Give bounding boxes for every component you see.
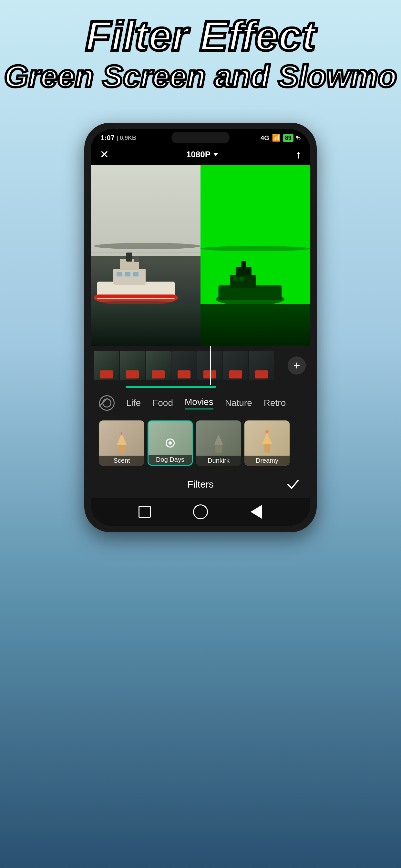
svg-rect-2: [113, 269, 146, 285]
filter-label-dreamy: Dreamy: [244, 456, 289, 466]
timeline-clip-3[interactable]: [146, 351, 171, 380]
dreamy-thumb-art: [257, 430, 277, 456]
filter-categories: Life Food Movies Nature Retro: [91, 389, 310, 417]
svg-rect-13: [230, 275, 256, 288]
svg-rect-9: [97, 294, 175, 299]
timeline-clip-4[interactable]: [172, 351, 197, 380]
quality-label: 1080P: [186, 150, 211, 159]
close-button[interactable]: ✕: [100, 148, 109, 161]
scent-thumb-art: [112, 430, 131, 456]
phone-container: 1:07 | 0,9KB 4G 📶 89 % ✕ 1080P ↑: [84, 123, 317, 532]
video-left-panel: [91, 165, 201, 346]
svg-rect-8: [133, 272, 138, 276]
svg-rect-5: [134, 256, 139, 262]
dunkirk-thumb-art: [209, 430, 228, 456]
svg-rect-15: [242, 261, 246, 268]
timeline-playhead: [210, 346, 211, 385]
filter-bottom-bar: Filters: [91, 472, 310, 498]
filter-none-icon[interactable]: [99, 395, 115, 411]
signal-indicator: 4G: [260, 134, 269, 142]
timeline-add-button[interactable]: +: [288, 356, 306, 375]
chevron-down-icon: [213, 153, 218, 156]
nav-back-button[interactable]: [248, 504, 265, 520]
water-left: [91, 304, 201, 346]
iphone-frame: 1:07 | 0,9KB 4G 📶 89 % ✕ 1080P ↑: [84, 123, 317, 532]
timeline-clip-2[interactable]: [120, 351, 145, 380]
timeline-area: +: [91, 346, 310, 385]
filter-label: Filters: [187, 479, 214, 490]
water-right: [201, 304, 310, 346]
filter-selected-dot-inner: [168, 441, 172, 445]
check-icon: [286, 477, 300, 492]
confirm-checkmark[interactable]: [285, 476, 301, 492]
no-filter-icon: [102, 399, 112, 407]
video-right-panel: [201, 165, 310, 346]
title-area: Filter Effect Green Screen and Slowmo: [0, 13, 401, 93]
nav-home-icon: [193, 504, 208, 519]
filter-label-scent: Scent: [99, 456, 144, 466]
status-left: 1:07 | 0,9KB: [100, 134, 136, 142]
filter-thumbs-area: Scent Dog Days: [91, 417, 310, 472]
timeline-strip: [91, 351, 288, 380]
filter-cat-retro[interactable]: Retro: [264, 398, 286, 408]
filter-cat-nature[interactable]: Nature: [225, 398, 252, 408]
status-data: | 0,9KB: [117, 135, 136, 142]
battery-icon: 89: [283, 134, 294, 142]
svg-rect-16: [233, 277, 237, 281]
wifi-icon: 📶: [272, 134, 281, 142]
bg-boats-right: [201, 246, 310, 251]
filter-cat-movies[interactable]: Movies: [185, 397, 213, 409]
title-line2: Green Screen and Slowmo: [0, 59, 401, 93]
bg-boats-left: [94, 243, 201, 249]
filter-selected-dot: [166, 438, 175, 447]
nav-square-button[interactable]: [136, 504, 153, 520]
filter-thumb-dogdays[interactable]: Dog Days: [148, 421, 193, 466]
timeline-clip-6[interactable]: [223, 351, 248, 380]
quality-selector[interactable]: 1080P: [186, 150, 218, 159]
title-line1: Filter Effect: [0, 13, 401, 59]
svg-point-25: [266, 430, 269, 433]
svg-marker-24: [262, 433, 272, 444]
filter-cat-food[interactable]: Food: [152, 398, 173, 408]
timeline-clip-5[interactable]: [197, 351, 222, 380]
filter-thumb-dreamy[interactable]: Dreamy: [244, 421, 289, 466]
timeline-clip-7[interactable]: [249, 351, 274, 380]
svg-rect-7: [125, 272, 130, 276]
phone-nav-bar: [91, 498, 310, 526]
filter-thumb-scent[interactable]: Scent: [99, 421, 144, 466]
filter-thumb-dunkirk[interactable]: Dunkirk: [196, 421, 241, 466]
svg-rect-4: [126, 252, 132, 261]
sky-left: [91, 165, 201, 256]
nav-back-icon: [251, 505, 262, 519]
progress-bar-area: [91, 385, 310, 389]
progress-bar-fill: [126, 386, 216, 388]
app-header: ✕ 1080P ↑: [91, 145, 310, 165]
filter-label-dogdays: Dog Days: [149, 455, 192, 465]
svg-rect-17: [239, 277, 244, 281]
nav-square-icon: [138, 506, 151, 518]
status-time: 1:07: [100, 134, 115, 142]
filter-label-dunkirk: Dunkirk: [196, 456, 241, 466]
camera-notch: [172, 132, 229, 144]
nav-home-button[interactable]: [192, 504, 209, 520]
share-button[interactable]: ↑: [296, 148, 301, 161]
svg-marker-22: [214, 434, 223, 445]
video-preview: [91, 165, 310, 346]
svg-rect-6: [117, 272, 122, 276]
timeline-clip-1[interactable]: [94, 351, 119, 380]
status-right: 4G 📶 89 %: [260, 134, 301, 142]
svg-marker-19: [117, 433, 127, 445]
svg-rect-23: [265, 444, 270, 453]
filter-cat-life[interactable]: Life: [126, 398, 141, 408]
